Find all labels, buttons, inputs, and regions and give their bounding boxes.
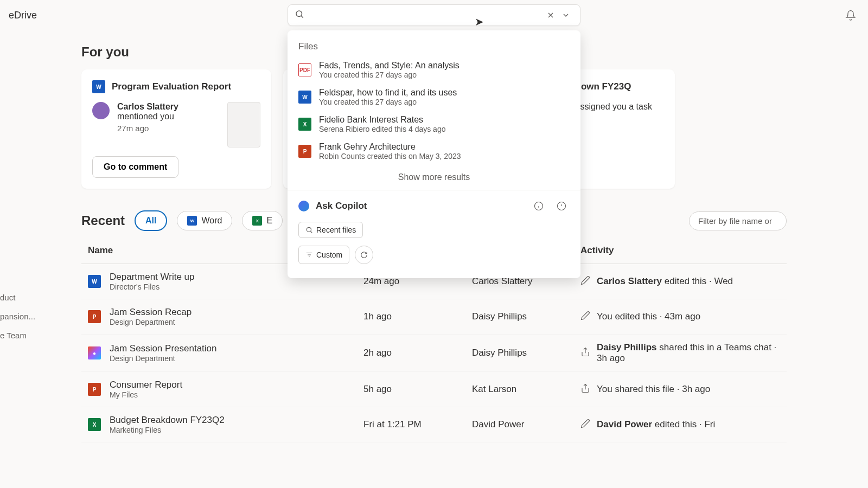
excel-file-icon: X	[88, 418, 101, 431]
table-row[interactable]: P Consumer Report My Files 5h ago Kat La…	[81, 372, 787, 407]
sidebar-item[interactable]: pansion...	[0, 312, 35, 321]
edit-icon	[580, 275, 590, 288]
figma-file-icon: ●	[88, 346, 101, 359]
search-result-item[interactable]: PDF Fads, Trends, and Style: An analysis…	[288, 56, 580, 84]
search-result-item[interactable]: W Feldspar, how to find it, and its uses…	[288, 84, 580, 111]
file-time: Fri at 1:21 PM	[363, 419, 472, 430]
sidebar-item[interactable]: e Team	[0, 331, 35, 340]
search-input[interactable]	[304, 11, 543, 20]
result-title: Feldspar, how to find it, and its uses	[319, 88, 457, 98]
edit-icon	[580, 311, 590, 323]
copilot-feedback-button[interactable]	[553, 198, 570, 214]
file-owner: Daisy Phillips	[472, 311, 580, 322]
result-title: Frank Gehry Architecture	[319, 142, 461, 152]
filter-pill-excel[interactable]: XE	[242, 211, 283, 230]
file-owner: Daisy Phillips	[472, 348, 580, 358]
ppt-file-icon: P	[298, 145, 311, 158]
activity-text: Carlos Slattery edited this · Wed	[597, 276, 733, 287]
column-activity[interactable]: Activity	[580, 245, 787, 256]
copilot-info-button[interactable]	[531, 198, 547, 214]
card-title: Program Evaluation Report	[112, 81, 231, 92]
file-location: Marketing Files	[110, 426, 225, 434]
share-icon	[580, 347, 590, 359]
activity-text: You shared this file · 3h ago	[597, 384, 710, 395]
avatar	[92, 102, 110, 119]
activity-text: You edited this · 43m ago	[597, 311, 700, 322]
file-time: 1h ago	[363, 311, 472, 322]
copilot-recent-files-chip[interactable]: Recent files	[298, 222, 363, 238]
ppt-file-icon: P	[88, 383, 101, 396]
file-owner: David Power	[472, 419, 580, 430]
app-name: eDrive	[9, 10, 37, 21]
share-icon	[580, 383, 590, 396]
search-bar[interactable]	[288, 4, 580, 26]
card-time: 27m ago	[117, 124, 220, 133]
clear-search-button[interactable]	[543, 8, 558, 23]
result-subtitle: You created this 27 days ago	[319, 98, 457, 106]
activity-text: Daisy Phillips shared this in a Teams ch…	[597, 342, 787, 364]
filter-pill-all[interactable]: All	[135, 210, 167, 231]
file-location: Design Department	[110, 318, 192, 326]
show-more-results[interactable]: Show more results	[288, 165, 580, 190]
word-file-icon: W	[298, 91, 311, 104]
copilot-custom-chip[interactable]: Custom	[298, 246, 349, 264]
file-title: Department Write up	[110, 272, 195, 282]
filter-pill-word[interactable]: WWord	[177, 211, 232, 230]
word-file-icon: W	[88, 275, 101, 288]
file-title: Budget Breakdown FY23Q2	[110, 415, 225, 426]
result-subtitle: You created this 27 days ago	[319, 70, 459, 79]
card-message: Carlos Slattery mentioned you	[117, 102, 220, 121]
file-location: Design Department	[110, 354, 217, 363]
search-options-button[interactable]	[558, 8, 573, 23]
result-subtitle: Robin Counts created this on May 3, 2023	[319, 152, 461, 160]
file-title: Jam Session Presentation	[110, 343, 217, 354]
file-title: Consumer Report	[110, 380, 182, 390]
result-title: Fidelio Bank Interest Rates	[319, 115, 445, 125]
card-action-button[interactable]: Go to comment	[92, 156, 178, 178]
table-row[interactable]: ● Jam Session Presentation Design Depart…	[81, 335, 787, 372]
svg-point-0	[296, 11, 302, 17]
table-row[interactable]: P Jam Session Recap Design Department 1h…	[81, 299, 787, 335]
recent-heading: Recent	[81, 213, 125, 228]
document-thumbnail	[227, 102, 260, 147]
result-title: Fads, Trends, and Style: An analysis	[319, 61, 459, 70]
file-time: 2h ago	[363, 348, 472, 358]
excel-file-icon: X	[298, 118, 311, 131]
dropdown-section-title: Files	[288, 37, 580, 56]
file-owner: Kat Larson	[472, 384, 580, 395]
filter-input[interactable]: Filter by file name or	[689, 211, 787, 230]
file-location: Director's Files	[110, 282, 195, 291]
file-time: 5h ago	[363, 384, 472, 395]
search-dropdown: Files PDF Fads, Trends, and Style: An an…	[288, 30, 580, 278]
notifications-button[interactable]	[842, 7, 859, 24]
word-file-icon: W	[92, 80, 105, 93]
result-subtitle: Serena Ribiero edited this 4 days ago	[319, 125, 445, 133]
edit-icon	[580, 419, 590, 431]
ppt-file-icon: P	[88, 310, 101, 323]
sidebar-item[interactable]: duct	[0, 293, 35, 302]
copilot-icon	[298, 201, 309, 211]
svg-point-3	[307, 227, 311, 232]
activity-text: David Power edited this · Fri	[597, 419, 715, 430]
search-result-item[interactable]: P Frank Gehry Architecture Robin Counts …	[288, 138, 580, 165]
copilot-refresh-button[interactable]	[355, 246, 373, 264]
search-icon	[295, 9, 304, 21]
search-result-item[interactable]: X Fidelio Bank Interest Rates Serena Rib…	[288, 111, 580, 138]
copilot-title: Ask Copilot	[316, 201, 524, 211]
file-location: My Files	[110, 390, 182, 399]
table-row[interactable]: X Budget Breakdown FY23Q2 Marketing File…	[81, 407, 787, 442]
file-title: Jam Session Recap	[110, 307, 192, 318]
for-you-card[interactable]: W Program Evaluation Report Carlos Slatt…	[81, 69, 271, 189]
pdf-file-icon: PDF	[298, 63, 311, 76]
